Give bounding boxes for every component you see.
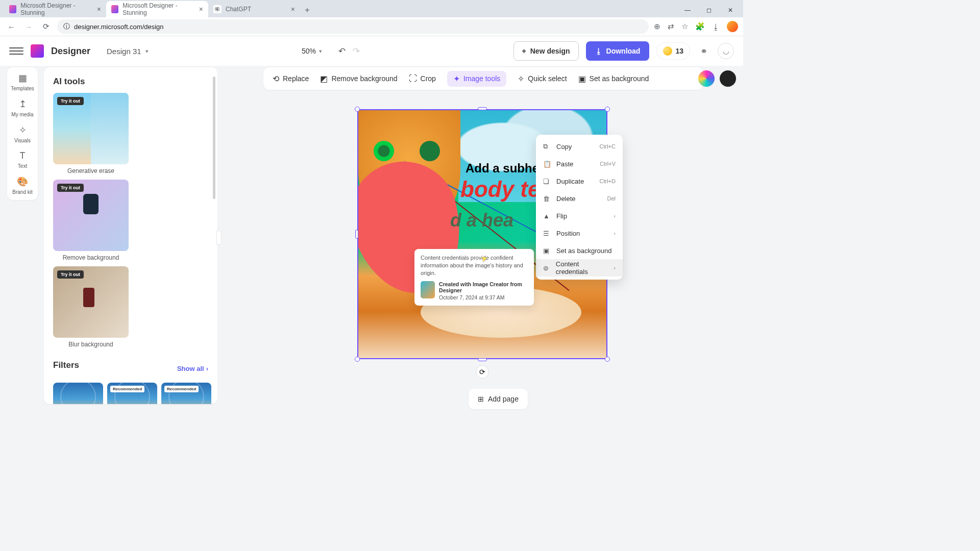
try-badge: Try it out — [57, 97, 84, 105]
tab-1[interactable]: Microsoft Designer - Stunning × — [4, 1, 106, 17]
replace-button[interactable]: ⟲Replace — [273, 74, 309, 84]
set-as-background-button[interactable]: ▣Set as background — [578, 74, 649, 84]
menu-content-credentials[interactable]: ⊚Content credentials› — [536, 259, 623, 277]
menu-position[interactable]: ☰Position› — [536, 224, 623, 242]
rail-visuals[interactable]: ✧Visuals — [7, 124, 38, 143]
rail-my-media[interactable]: ↥My media — [7, 98, 38, 117]
canvas-subheading-text: Add a subhe — [465, 161, 539, 176]
translate-icon[interactable]: ⇄ — [668, 22, 674, 31]
recommended-badge: Recommended — [164, 386, 199, 392]
selection-handle-se[interactable] — [605, 357, 610, 362]
reload-icon[interactable]: ⟳ — [40, 20, 52, 33]
menu-set-as-background[interactable]: ▣Set as background — [536, 242, 623, 259]
tab-close-icon[interactable]: × — [291, 5, 295, 13]
downloads-icon[interactable]: ⭳ — [712, 22, 720, 31]
menu-delete[interactable]: 🗑DeleteDel — [536, 190, 623, 207]
ai-thumb: Try it out — [53, 266, 129, 338]
chevron-down-icon: ▾ — [145, 48, 149, 55]
filter-normal[interactable]: Normal — [53, 383, 103, 404]
image-tools-button[interactable]: ✦Image tools — [447, 71, 506, 87]
app-name: Designer — [51, 46, 90, 57]
try-badge: Try it out — [57, 270, 84, 279]
crop-button[interactable]: ⛶Crop — [409, 74, 436, 83]
menu-duplicate[interactable]: ❏DuplicateCtrl+D — [536, 172, 623, 190]
new-tab-button[interactable]: + — [300, 3, 314, 17]
toolbar-label: Image tools — [463, 74, 500, 83]
ai-card-blur-background[interactable]: Try it out Blur background — [53, 266, 129, 348]
download-label: Download — [606, 47, 641, 55]
selection-handle-n[interactable] — [478, 107, 487, 110]
tab-2-active[interactable]: Microsoft Designer - Stunning × — [106, 1, 208, 17]
tab-label: ChatGPT — [226, 6, 251, 13]
menu-icon[interactable] — [9, 44, 23, 58]
color-picker-icon[interactable] — [698, 70, 715, 87]
site-info-icon[interactable]: ⓘ — [63, 22, 70, 31]
paste-icon: 📋 — [543, 160, 551, 168]
show-all-link[interactable]: Show all› — [177, 365, 208, 372]
filters-row-1: Normal RecommendedPunch RecommendedCalm — [53, 383, 208, 404]
credentials-date: October 7, 2024 at 9:37 AM — [439, 294, 528, 300]
panel-collapse-handle[interactable] — [216, 231, 222, 245]
rail-label: My media — [11, 112, 33, 117]
dark-fill-icon[interactable] — [720, 70, 736, 87]
filters-header: Filters Show all› — [53, 360, 208, 377]
new-design-button[interactable]: + New design — [513, 41, 579, 61]
rail-label: Templates — [11, 86, 34, 91]
filter-punch[interactable]: RecommendedPunch — [107, 383, 157, 404]
app-header: Designer Design 31 ▾ 50% ▾ ↶ ↷ + New des… — [0, 36, 743, 66]
share-icon[interactable]: ⚭ — [697, 44, 710, 58]
undo-icon[interactable]: ↶ — [338, 46, 346, 57]
chevron-down-icon: ▾ — [319, 48, 322, 55]
profile-avatar-icon[interactable] — [727, 21, 738, 32]
maximize-icon[interactable]: ◻ — [699, 3, 719, 17]
ai-label: Remove background — [53, 254, 129, 261]
tab-close-icon[interactable]: × — [199, 5, 203, 13]
tab-3[interactable]: ֎ ChatGPT × — [208, 1, 300, 17]
zoom-selector[interactable]: 50% ▾ — [302, 47, 322, 55]
wand-icon: ✦ — [453, 74, 460, 84]
quick-select-button[interactable]: ✧Quick select — [518, 74, 567, 84]
rotate-handle[interactable]: ⟳ — [476, 365, 489, 379]
url-text: designer.microsoft.com/design — [74, 23, 164, 31]
minimize-icon[interactable]: — — [678, 3, 697, 17]
menu-copy[interactable]: ⧉CopyCtrl+C — [536, 138, 623, 155]
ai-card-generative-erase[interactable]: Try it out Generative erase — [53, 93, 129, 174]
scrollbar-thumb[interactable] — [213, 77, 215, 199]
omnibox[interactable]: ⓘ designer.microsoft.com/design — [57, 19, 649, 34]
selection-handle-s[interactable] — [478, 358, 487, 361]
tab-close-icon[interactable]: × — [97, 5, 101, 13]
menu-flip[interactable]: ▲Flip› — [536, 207, 623, 224]
credentials-icon: ⊚ — [543, 264, 551, 272]
selection-handle-nw[interactable] — [355, 107, 360, 112]
download-button[interactable]: ⭳ Download — [586, 41, 650, 61]
window-controls: — ◻ ✕ — [678, 3, 743, 17]
extensions-icon[interactable]: 🧩 — [695, 22, 705, 31]
filter-calm[interactable]: RecommendedCalm — [161, 383, 211, 404]
favicon-designer-icon — [9, 5, 16, 13]
tab-strip: Microsoft Designer - Stunning × Microsof… — [0, 0, 743, 17]
remove-background-button[interactable]: ◩Remove background — [320, 74, 397, 84]
bookmark-icon[interactable]: ☆ — [681, 22, 688, 31]
menu-paste[interactable]: 📋PasteCtrl+V — [536, 155, 623, 172]
ai-card-remove-background[interactable]: Try it out Remove background — [53, 180, 129, 261]
credentials-tooltip: Content credentials provide confident in… — [414, 249, 534, 306]
back-icon[interactable]: ← — [5, 20, 17, 33]
ai-tools-heading: AI tools — [53, 77, 208, 87]
rail-text[interactable]: TText — [7, 151, 38, 169]
rail-brand-kit[interactable]: 🎨Brand kit — [7, 176, 38, 195]
design-name-selector[interactable]: Design 31 ▾ — [107, 47, 149, 56]
install-app-icon[interactable]: ⊕ — [654, 22, 660, 31]
close-window-icon[interactable]: ✕ — [721, 3, 740, 17]
selection-handle-sw[interactable] — [355, 357, 360, 362]
address-bar-row: ← → ⟳ ⓘ designer.microsoft.com/design ⊕ … — [0, 17, 743, 36]
selection-handle-ne[interactable] — [605, 107, 610, 112]
credits-pill[interactable]: 13 — [656, 42, 690, 60]
filter-thumb: Recommended — [107, 383, 157, 404]
credentials-thumb — [421, 281, 435, 298]
selection-handle-w[interactable] — [355, 230, 358, 239]
chevron-right-icon: › — [614, 265, 616, 271]
add-page-button[interactable]: ⊞ Add page — [469, 389, 528, 409]
rail-templates[interactable]: ▦Templates — [7, 72, 38, 91]
chevron-right-icon: › — [614, 230, 616, 236]
account-icon[interactable]: ◡ — [718, 43, 734, 59]
